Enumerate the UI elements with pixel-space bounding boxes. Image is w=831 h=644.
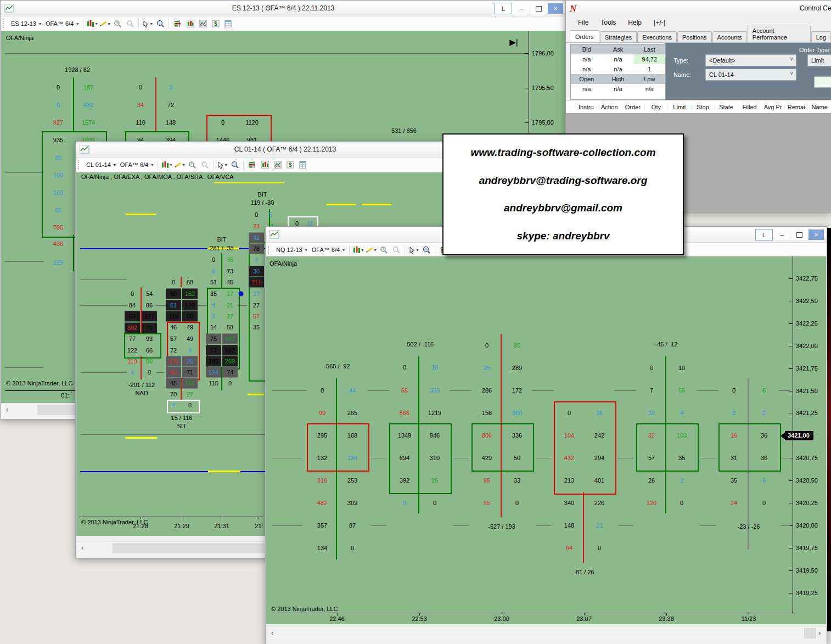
toolbar-grip-icon[interactable]	[3, 19, 6, 28]
scroll-left-icon[interactable]: ‹	[6, 405, 8, 413]
cursor-icon[interactable]	[216, 160, 228, 170]
toolbar-separator	[435, 245, 435, 255]
properties-icon[interactable]	[222, 19, 234, 29]
name-dropdown[interactable]: CL 01-14	[705, 69, 796, 81]
es-titlebar[interactable]: ES 12-13 ( OFA™ 6/4 ) 22.11.2013 L – ×	[1, 1, 566, 16]
grid-header-cell[interactable]: Qty	[645, 104, 669, 110]
account-icon[interactable]: $	[210, 19, 221, 29]
scroll-thumb[interactable]	[804, 628, 816, 639]
market-value-cell: n/a	[634, 84, 665, 94]
toolbar-grip-icon[interactable]	[268, 245, 271, 254]
tab[interactable]: Executions	[637, 31, 677, 42]
type-dropdown[interactable]: <Default>	[705, 54, 796, 66]
close-button[interactable]: ×	[548, 3, 563, 14]
zoom-out-icon[interactable]	[390, 245, 402, 255]
close-button[interactable]: ×	[808, 229, 824, 240]
cl-titlebar[interactable]: CL 01-14 ( OFA™ 6/4 ) 22.11.2013	[76, 142, 495, 158]
watermark-line: andreybbrv@trading-software.org	[479, 175, 648, 187]
chart-style-icon[interactable]	[86, 19, 98, 29]
drawing-tools-icon[interactable]	[99, 19, 110, 29]
cursor-icon[interactable]	[408, 245, 419, 255]
menu-item[interactable]: Help	[628, 19, 642, 26]
link-button[interactable]: L	[495, 3, 512, 14]
toolbar-separator	[243, 160, 244, 170]
svg-text:+: +	[190, 161, 193, 167]
zoom-in-icon[interactable]: +	[111, 19, 123, 29]
scroll-left-icon[interactable]: ‹	[81, 544, 83, 552]
chart-style-icon[interactable]	[352, 245, 364, 255]
svg-text:+: +	[115, 20, 118, 26]
period-selector[interactable]: OFA™ 6/4	[119, 160, 155, 169]
tab[interactable]: Account Performance	[748, 25, 811, 42]
zoom-out-icon[interactable]	[124, 19, 136, 29]
grid-header-cell[interactable]: Stop	[692, 104, 715, 110]
properties-icon[interactable]	[297, 160, 308, 170]
data-box-icon[interactable]	[229, 160, 240, 170]
grid-header-cell[interactable]: Avg Pr	[761, 104, 785, 110]
data-box-icon[interactable]	[420, 245, 432, 255]
grid-header-cell[interactable]: Remai	[785, 104, 808, 110]
ninjatrader-logo-icon: N	[570, 4, 580, 13]
order-type-label: Order Type:	[799, 47, 831, 53]
instrument-selector[interactable]: CL 01-14	[85, 160, 117, 169]
minimize-button[interactable]: –	[774, 229, 790, 240]
nq-h-scrollbar[interactable]: ‹ ›	[266, 626, 826, 640]
cursor-icon[interactable]	[142, 19, 153, 29]
menu-item[interactable]: Tools	[600, 19, 616, 26]
scroll-right-icon[interactable]: ›	[818, 629, 821, 637]
control-center-titlebar[interactable]: N Control Center	[566, 1, 831, 16]
grid-header-cell[interactable]: Order	[621, 104, 645, 110]
chart-trader-icon[interactable]	[184, 19, 196, 29]
link-button[interactable]: L	[755, 229, 773, 240]
instrument-selector[interactable]: NQ 12-13	[274, 245, 309, 254]
chart-style-icon[interactable]	[161, 160, 172, 170]
menu-item[interactable]: [+/-]	[654, 19, 665, 26]
zoom-out-icon[interactable]	[199, 160, 210, 170]
drawing-tools-icon[interactable]	[365, 245, 377, 255]
market-header-cell: Ask	[602, 44, 633, 54]
zoom-in-icon[interactable]: +	[186, 160, 198, 170]
tab[interactable]: Accounts	[712, 31, 747, 42]
period-selector[interactable]: OFA™ 6/4	[44, 19, 80, 28]
grid-header-cell[interactable]: State	[715, 104, 738, 110]
tab[interactable]: Orders	[570, 30, 599, 42]
grid-header-cell[interactable]: Instru	[575, 104, 598, 110]
tab[interactable]: Log	[811, 31, 831, 42]
scroll-left-icon[interactable]: ‹	[271, 629, 273, 637]
drawing-tools-icon[interactable]	[173, 160, 185, 170]
account-icon[interactable]: $	[284, 160, 296, 170]
nq-chart-area[interactable]	[266, 256, 826, 624]
grid-header-cell[interactable]: Filled	[738, 104, 762, 110]
market-value-cell: n/a	[602, 64, 633, 74]
market-depth-icon[interactable]	[246, 160, 258, 170]
tab[interactable]: Strategies	[600, 31, 637, 42]
tab[interactable]: Positions	[677, 31, 712, 42]
toolbar-grip-icon[interactable]	[78, 160, 81, 169]
maximize-button[interactable]	[791, 229, 807, 240]
menu-item[interactable]: File	[578, 19, 588, 26]
market-value-cell: n/a	[602, 84, 633, 94]
order-type-dropdown[interactable]: Limit	[807, 54, 831, 66]
toolbar-separator	[349, 245, 350, 255]
grid-header-cell[interactable]: Limit	[668, 104, 692, 110]
minimize-button[interactable]: –	[514, 3, 529, 14]
maximize-button[interactable]	[531, 3, 546, 14]
indicators-icon[interactable]	[272, 160, 283, 170]
chart-trader-icon[interactable]	[259, 160, 271, 170]
market-depth-icon[interactable]	[172, 19, 183, 29]
control-center-tabs: OrdersStrategiesExecutionsPositionsAccou…	[566, 29, 831, 43]
indicators-icon[interactable]	[197, 19, 209, 29]
price-input[interactable]	[814, 76, 831, 88]
period-selector[interactable]: OFA™ 6/4	[310, 245, 346, 254]
grid-header-cell[interactable]: Name	[808, 104, 831, 110]
chart-window-icon	[4, 4, 14, 13]
svg-text:$: $	[289, 162, 292, 168]
toolbar-separator	[138, 19, 139, 29]
instrument-selector[interactable]: ES 12-13	[9, 19, 43, 28]
market-header-cell: Bid	[571, 44, 602, 54]
zoom-in-icon[interactable]: +	[378, 245, 389, 255]
data-box-icon[interactable]	[154, 19, 166, 29]
grid-header-cell[interactable]: Action	[598, 104, 622, 110]
market-value-cell: 1	[634, 64, 665, 74]
toolbar-separator	[405, 245, 405, 255]
